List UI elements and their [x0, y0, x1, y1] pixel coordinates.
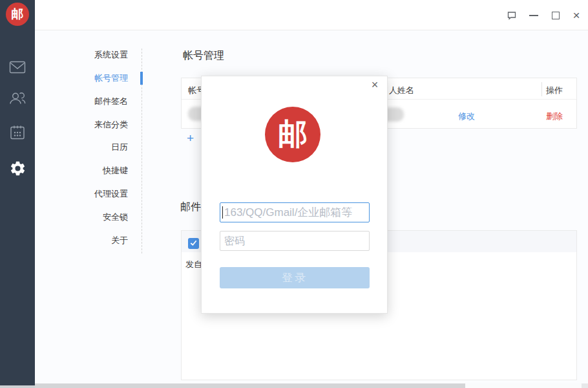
sidebar-bottom-strip	[0, 385, 35, 388]
signature-section-title: 邮件	[180, 200, 201, 214]
titlebar: ×	[35, 0, 588, 30]
app-logo: 邮	[6, 3, 29, 26]
dialog-logo-glyph: 邮	[278, 114, 308, 155]
close-icon: ×	[572, 10, 580, 21]
signature-from-text: 发自	[185, 259, 202, 270]
login-dialog: × 邮 登录	[201, 76, 388, 314]
modify-link[interactable]: 修改	[458, 111, 475, 122]
table-header-actions: 操作	[546, 85, 563, 96]
close-window-button[interactable]: ×	[571, 10, 582, 21]
header-column-divider	[541, 82, 542, 96]
people-icon	[8, 91, 26, 109]
settings-menu-item-system[interactable]: 系统设置	[35, 50, 128, 60]
calendar-icon	[10, 125, 25, 143]
mail-app-settings-window: × 邮	[0, 0, 588, 388]
password-input[interactable]	[220, 231, 370, 251]
app-logo-glyph: 邮	[12, 6, 24, 23]
envelope-icon	[9, 61, 26, 76]
login-button[interactable]: 登录	[220, 267, 370, 288]
sidebar-item-mail[interactable]	[0, 57, 35, 80]
sidebar-item-calendar[interactable]	[0, 122, 35, 146]
email-input[interactable]	[220, 202, 370, 222]
scrollbar-corner	[582, 383, 588, 388]
speech-bubble-icon	[507, 10, 517, 21]
settings-menu-item-calendar[interactable]: 日历	[35, 142, 128, 153]
delete-link[interactable]: 删除	[546, 111, 563, 122]
maximize-icon	[552, 12, 560, 19]
settings-menu-item-shortcuts[interactable]: 快捷键	[35, 166, 128, 176]
sidebar-item-settings[interactable]	[0, 158, 35, 181]
settings-menu-item-signature[interactable]: 邮件签名	[35, 96, 128, 107]
minimize-icon	[529, 15, 538, 16]
horizontal-scrollbar-thumb[interactable]	[35, 383, 465, 388]
maximize-button[interactable]	[550, 10, 562, 21]
table-header-sender-name: 人姓名	[389, 85, 414, 96]
active-menu-indicator	[140, 72, 143, 85]
dialog-logo: 邮	[265, 107, 320, 162]
settings-menu-item-about[interactable]: 关于	[35, 235, 128, 246]
minimize-button[interactable]	[528, 10, 540, 21]
dialog-close-button[interactable]: ×	[368, 78, 381, 91]
signature-checkbox[interactable]	[188, 238, 199, 249]
settings-menu-item-mail-rules[interactable]: 来信分类	[35, 120, 128, 130]
add-account-link[interactable]: +	[187, 131, 194, 146]
sidebar-item-contacts[interactable]	[0, 88, 35, 111]
feedback-button[interactable]	[506, 10, 518, 21]
checkmark-icon	[189, 238, 198, 250]
gear-icon	[9, 160, 26, 180]
text-caret	[222, 206, 223, 219]
settings-menu-item-proxy[interactable]: 代理设置	[35, 189, 128, 199]
page-title: 帐号管理	[183, 49, 224, 63]
settings-menu-item-security-lock[interactable]: 安全锁	[35, 212, 128, 222]
settings-menu-item-accounts[interactable]: 帐号管理	[35, 73, 128, 83]
